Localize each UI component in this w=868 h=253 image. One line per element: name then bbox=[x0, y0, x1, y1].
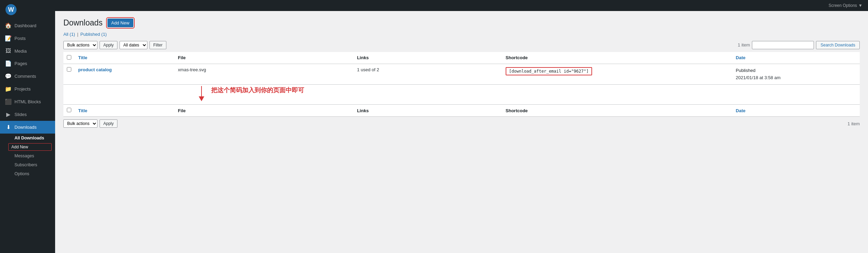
page-title: Downloads bbox=[63, 18, 103, 28]
toolbar-bottom: Bulk actions Apply 1 item bbox=[63, 119, 860, 128]
downloads-icon: ⬇ bbox=[5, 124, 12, 130]
footer-th-title[interactable]: Title bbox=[75, 105, 175, 117]
sidebar-item-label: Media bbox=[14, 49, 27, 54]
footer-th-file: File bbox=[175, 105, 354, 117]
sublink-all[interactable]: All (1) bbox=[63, 32, 75, 37]
screen-options-button[interactable]: Screen Options ▼ bbox=[828, 3, 862, 8]
sidebar-item-label: Comments bbox=[14, 74, 36, 79]
sidebar-sub-subscribers[interactable]: Subscribers bbox=[5, 160, 55, 169]
footer-select-all-checkbox[interactable] bbox=[67, 108, 71, 112]
slides-icon: ▶ bbox=[5, 111, 12, 118]
sidebar-item-comments[interactable]: 💬 Comments bbox=[0, 70, 55, 83]
pages-icon: 📄 bbox=[5, 60, 12, 67]
apply-button-bottom[interactable]: Apply bbox=[100, 119, 117, 128]
html-blocks-icon: ⬛ bbox=[5, 98, 12, 105]
dashboard-icon: 🏠 bbox=[5, 22, 12, 29]
sidebar: W 🏠 Dashboard 📝 Posts 🖼 Media 📄 Pages 💬 … bbox=[0, 0, 55, 253]
sidebar-item-label: Downloads bbox=[14, 125, 37, 130]
sidebar-item-posts[interactable]: 📝 Posts bbox=[0, 32, 55, 45]
row-checkbox-cell bbox=[63, 64, 75, 85]
sidebar-item-label: Posts bbox=[14, 36, 26, 41]
sidebar-sub-options[interactable]: Options bbox=[5, 169, 55, 178]
sidebar-sub-add-new[interactable]: Add New bbox=[8, 143, 52, 151]
row-file-cell: xmas-tree.svg bbox=[175, 64, 354, 85]
sidebar-item-label: Slides bbox=[14, 112, 27, 117]
row-title-cell: product catalog bbox=[75, 64, 175, 85]
shortcode-value: [download_after_email id="9627"] bbox=[506, 67, 592, 75]
sidebar-sub-messages[interactable]: Messages bbox=[5, 151, 55, 160]
downloads-table: Title File Links Shortcode Date product … bbox=[63, 52, 860, 117]
table-row: product catalog xmas-tree.svg 1 used of … bbox=[63, 64, 860, 85]
sidebar-logo: W bbox=[0, 0, 55, 19]
content-area: Downloads Add New All (1) | Published (1… bbox=[55, 11, 868, 253]
comments-icon: 💬 bbox=[5, 73, 12, 80]
sublink-published[interactable]: Published (1) bbox=[80, 32, 107, 37]
sidebar-downloads-submenu: All Downloads Add New Messages Subscribe… bbox=[0, 134, 55, 178]
sidebar-item-html-blocks[interactable]: ⬛ HTML Blocks bbox=[0, 95, 55, 108]
sidebar-item-projects[interactable]: 📁 Projects bbox=[0, 83, 55, 95]
filter-button[interactable]: Filter bbox=[149, 41, 166, 49]
sidebar-sub-all-downloads[interactable]: All Downloads bbox=[5, 134, 55, 143]
row-title-link[interactable]: product catalog bbox=[78, 67, 112, 72]
annotation-empty bbox=[63, 85, 175, 105]
th-links: Links bbox=[353, 52, 502, 64]
th-file: File bbox=[175, 52, 354, 64]
search-input[interactable] bbox=[752, 41, 814, 49]
annotation-empty2 bbox=[502, 85, 860, 105]
sublinks: All (1) | Published (1) bbox=[63, 32, 860, 37]
date-status: Published bbox=[736, 68, 755, 73]
sidebar-item-label: Dashboard bbox=[14, 23, 37, 28]
media-icon: 🖼 bbox=[5, 48, 12, 54]
annotation-row: 把这个简码加入到你的页面中即可 bbox=[63, 85, 860, 105]
sidebar-item-slides[interactable]: ▶ Slides bbox=[0, 108, 55, 121]
apply-button-top[interactable]: Apply bbox=[100, 41, 117, 49]
footer-th-shortcode: Shortcode bbox=[502, 105, 732, 117]
date-value: 2021/01/18 at 3:58 am bbox=[736, 75, 781, 80]
sidebar-item-label: Projects bbox=[14, 86, 31, 92]
sidebar-item-label: HTML Blocks bbox=[14, 99, 41, 104]
footer-th-checkbox bbox=[63, 105, 75, 117]
table-footer-header-row: Title File Links Shortcode Date bbox=[63, 105, 860, 117]
row-checkbox[interactable] bbox=[67, 67, 71, 72]
sidebar-item-downloads[interactable]: ⬇ Downloads bbox=[0, 121, 55, 134]
toolbar-right: 1 item Search Downloads bbox=[738, 41, 860, 49]
add-new-button[interactable]: Add New bbox=[107, 19, 133, 27]
sidebar-item-label: Pages bbox=[14, 61, 27, 66]
main-area: Screen Options ▼ Downloads Add New All (… bbox=[55, 0, 868, 253]
row-date-cell: Published 2021/01/18 at 3:58 am bbox=[732, 64, 860, 85]
toolbar-top: Bulk actions Apply All dates Filter 1 it… bbox=[63, 41, 860, 49]
item-count-bottom: 1 item bbox=[848, 121, 860, 126]
row-links-cell: 1 used of 2 bbox=[353, 64, 502, 85]
item-count-top: 1 item bbox=[738, 42, 750, 48]
chevron-down-icon: ▼ bbox=[858, 3, 862, 8]
page-header: Downloads Add New bbox=[63, 18, 860, 28]
th-title[interactable]: Title bbox=[75, 52, 175, 64]
posts-icon: 📝 bbox=[5, 35, 12, 42]
sidebar-item-pages[interactable]: 📄 Pages bbox=[0, 57, 55, 70]
screen-options-label: Screen Options bbox=[828, 3, 857, 8]
all-dates-select[interactable]: All dates bbox=[120, 41, 147, 49]
th-date[interactable]: Date bbox=[732, 52, 860, 64]
topbar: Screen Options ▼ bbox=[55, 0, 868, 11]
th-shortcode: Shortcode bbox=[502, 52, 732, 64]
select-all-checkbox[interactable] bbox=[67, 55, 71, 60]
footer-th-date[interactable]: Date bbox=[732, 105, 860, 117]
table-header-row: Title File Links Shortcode Date bbox=[63, 52, 860, 64]
bulk-actions-select-bottom[interactable]: Bulk actions bbox=[63, 119, 97, 128]
select-all-header bbox=[63, 52, 75, 64]
wp-logo-icon: W bbox=[6, 4, 17, 15]
row-shortcode-cell: [download_after_email id="9627"] bbox=[502, 64, 732, 85]
search-downloads-button[interactable]: Search Downloads bbox=[816, 41, 860, 49]
projects-icon: 📁 bbox=[5, 86, 12, 92]
footer-th-links: Links bbox=[353, 105, 502, 117]
sublink-separator: | bbox=[77, 32, 78, 37]
sidebar-item-media[interactable]: 🖼 Media bbox=[0, 45, 55, 57]
annotation-cell: 把这个简码加入到你的页面中即可 bbox=[175, 85, 502, 105]
sidebar-item-dashboard[interactable]: 🏠 Dashboard bbox=[0, 19, 55, 32]
bulk-actions-select-top[interactable]: Bulk actions bbox=[63, 41, 97, 49]
annotation-text: 把这个简码加入到你的页面中即可 bbox=[211, 86, 304, 94]
